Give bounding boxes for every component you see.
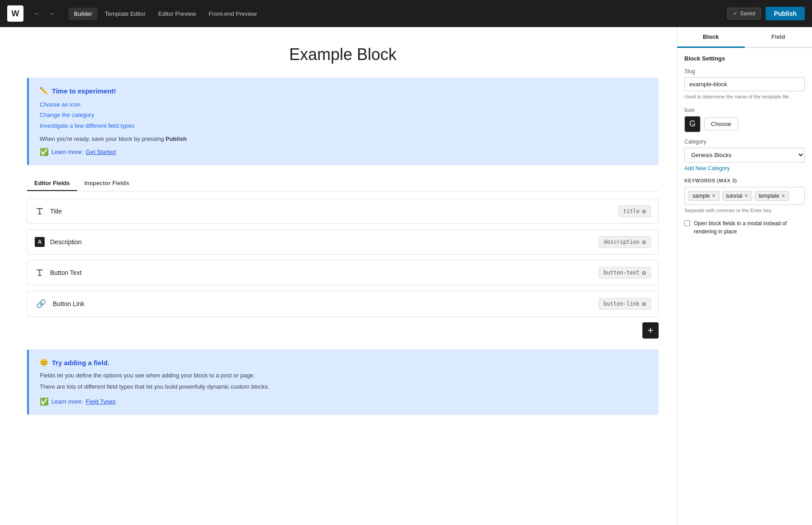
topbar-right: ✓ Saved Publish (727, 7, 805, 20)
tab-template-editor[interactable]: Template Editor (99, 8, 151, 20)
info-box-footer: ✅ Learn more: Get Started (40, 148, 648, 156)
topbar: W ← → Builder Template Editor Editor Pre… (0, 0, 812, 27)
slug-text-desc: description (604, 239, 639, 245)
nav-tabs: Builder Template Editor Editor Preview F… (69, 8, 262, 20)
button-text-field-icon (35, 268, 45, 278)
desc-field-icon: A (35, 237, 45, 247)
tab-block[interactable]: Block (677, 27, 745, 48)
keyword-text: tutorial (726, 193, 743, 199)
publish-button[interactable]: Publish (766, 7, 805, 20)
info-box: ✏️ Time to experiment! Choose an icon Ch… (27, 78, 659, 165)
icon-row: G Choose (684, 116, 805, 132)
try-box-line2: There are lots of different field types … (40, 382, 648, 392)
icon-label: Icon (684, 107, 805, 113)
field-types-link[interactable]: Field Types (86, 398, 115, 405)
keywords-section: KEYWORDS (MAX 3) sample ✕ tutorial ✕ tem… (684, 178, 805, 213)
field-row-description: A Description description ⚙ (27, 229, 659, 255)
keyword-tag-template: template ✕ (755, 191, 789, 201)
publish-bold: Publish (166, 135, 187, 142)
keyword-tag-tutorial: tutorial ✕ (722, 191, 752, 201)
tab-editor-preview[interactable]: Editor Preview (153, 8, 202, 20)
settings-icon-button-text[interactable]: ⚙ (642, 269, 646, 276)
tab-inspector-fields[interactable]: Inspector Fields (77, 176, 137, 191)
tab-frontend-preview[interactable]: Front-end Preview (203, 8, 262, 20)
checkmark-icon: ✓ (733, 10, 738, 17)
field-row-title: Title title ⚙ (27, 199, 659, 224)
tab-field[interactable]: Field (745, 27, 812, 48)
get-started-link[interactable]: Get Started (86, 149, 115, 155)
slug-hint: Used to determine the name of the templa… (684, 93, 805, 101)
info-list-item: Investigate a few different field types (40, 121, 648, 131)
field-slug-desc: description ⚙ (599, 236, 651, 248)
page-title: Example Block (27, 45, 659, 64)
field-name-desc: Description (50, 238, 599, 246)
modal-checkbox-label: Open block fields in a modal instead of … (694, 219, 805, 236)
layout: Example Block ✏️ Time to experiment! Cho… (0, 27, 812, 525)
keyword-remove-tutorial[interactable]: ✕ (744, 193, 748, 198)
category-select[interactable]: Genesis Blocks Common Blocks Formatting … (684, 148, 805, 163)
info-box-title: ✏️ Time to experiment! (40, 87, 648, 95)
choose-icon-button[interactable]: Choose (704, 117, 738, 130)
chain-link-icon: 🔗 (36, 299, 46, 309)
block-settings-title: Block Settings (684, 55, 805, 62)
main-content: Example Block ✏️ Time to experiment! Cho… (0, 27, 677, 525)
check-circle-icon: ✅ (40, 148, 49, 156)
icon-preview: G (684, 116, 701, 132)
field-name-button-text: Button Text (50, 269, 599, 276)
keyword-remove-template[interactable]: ✕ (781, 193, 785, 198)
smiley-icon: 😊 (40, 358, 48, 367)
settings-icon-title[interactable]: ⚙ (642, 208, 646, 215)
field-row-button-text: Button Text button-text ⚙ (27, 260, 659, 285)
learn-more-label: Learn more: (51, 149, 83, 155)
saved-badge: ✓ Saved (727, 8, 761, 19)
field-slug-button-link: button-link ⚙ (599, 298, 651, 310)
tab-builder[interactable]: Builder (69, 8, 97, 20)
add-field-row: + (27, 322, 659, 339)
settings-icon-button-link[interactable]: ⚙ (642, 300, 646, 307)
sidebar-body: Block Settings Slug Used to determine th… (677, 48, 812, 243)
field-name-title: Title (50, 208, 618, 215)
keyword-text: sample (692, 193, 710, 199)
saved-label: Saved (740, 10, 755, 17)
forward-arrow[interactable]: → (45, 7, 58, 20)
info-list-item: Choose an icon (40, 99, 648, 110)
slug-text-button-link: button-link (604, 301, 639, 307)
add-field-button[interactable]: + (642, 322, 659, 339)
slug-text-title: title (623, 208, 639, 214)
category-label: Category (684, 139, 805, 145)
back-arrow[interactable]: ← (31, 7, 43, 20)
pencil-icon: ✏️ (40, 87, 48, 95)
sidebar-tabs: Block Field (677, 27, 812, 48)
field-row-button-link: 🔗 Button Link button-link ⚙ (27, 291, 659, 317)
info-list-item: Change the category (40, 110, 648, 120)
keywords-title: KEYWORDS (MAX 3) (684, 178, 805, 183)
try-box: 😊 Try adding a field. Fields let you def… (27, 349, 659, 415)
wp-logo: W (7, 5, 23, 22)
settings-icon-desc[interactable]: ⚙ (642, 238, 646, 246)
keywords-hint: Separate with commas or the Enter key. (684, 208, 805, 213)
field-slug-title: title ⚙ (618, 205, 651, 217)
add-category-link[interactable]: Add New Category (684, 165, 805, 172)
keyword-tag-sample: sample ✕ (688, 191, 720, 201)
sidebar: Block Field Block Settings Slug Used to … (677, 27, 812, 525)
info-box-list: Choose an icon Change the category Inves… (40, 99, 648, 131)
modal-checkbox[interactable] (684, 220, 690, 226)
try-box-footer: ✅ Learn more: Field Types (40, 397, 648, 406)
title-field-icon (35, 206, 45, 216)
info-box-cta: When you're ready, save your block by pr… (40, 135, 648, 142)
try-box-title: 😊 Try adding a field. (40, 358, 648, 367)
modal-checkbox-row: Open block fields in a modal instead of … (684, 219, 805, 236)
field-tabs: Editor Fields Inspector Fields (27, 176, 659, 191)
slug-label: Slug (684, 68, 805, 74)
nav-arrows: ← → (31, 7, 58, 20)
field-name-button-link: Button Link (53, 300, 599, 307)
slug-text-button-text: button-text (604, 269, 639, 276)
try-check-circle-icon: ✅ (40, 397, 49, 406)
slug-input[interactable] (684, 77, 805, 91)
icon-symbol: G (689, 119, 696, 129)
try-box-line1: Fields let you define the options you se… (40, 371, 648, 381)
keyword-remove-sample[interactable]: ✕ (712, 193, 715, 198)
keywords-tags[interactable]: sample ✕ tutorial ✕ template ✕ (684, 187, 805, 205)
keyword-text: template (759, 193, 780, 199)
tab-editor-fields[interactable]: Editor Fields (27, 176, 77, 191)
